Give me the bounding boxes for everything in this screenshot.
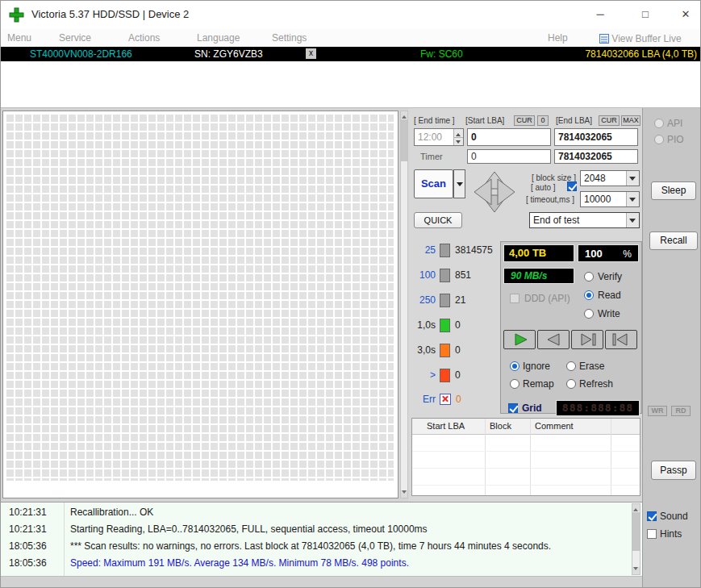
menu-item-language[interactable]: Language bbox=[197, 32, 240, 44]
back-icon bbox=[541, 333, 565, 346]
scan-dropdown-button[interactable] bbox=[453, 169, 465, 198]
sound-label: Sound bbox=[660, 511, 688, 522]
end-time-input[interactable]: 12:00 bbox=[414, 128, 464, 146]
play-icon bbox=[507, 333, 532, 346]
scan-grid-area[interactable] bbox=[2, 111, 398, 498]
row-divider bbox=[412, 468, 640, 469]
pio-label: PIO bbox=[667, 134, 684, 145]
stat-value: 0 bbox=[455, 369, 461, 381]
navigation-diamond[interactable] bbox=[472, 169, 518, 215]
remap-radio[interactable] bbox=[510, 379, 519, 389]
device-firmware: Fw: SC60 bbox=[420, 47, 463, 61]
row-divider bbox=[412, 451, 640, 452]
end-lba-label: [End LBA] bbox=[556, 116, 592, 125]
quick-button[interactable]: QUICK bbox=[414, 212, 462, 228]
grid-checkbox[interactable] bbox=[508, 403, 518, 413]
log-time: 18:05:36 bbox=[9, 538, 61, 555]
end-lba-cur-button[interactable]: CUR bbox=[599, 115, 620, 126]
back-button[interactable] bbox=[537, 330, 570, 349]
stat-block-orange bbox=[440, 344, 450, 357]
end-of-test-select[interactable]: End of test bbox=[529, 212, 640, 228]
chevron-down-icon[interactable] bbox=[626, 171, 639, 186]
stat-row-25: 25 3814575 bbox=[410, 243, 493, 257]
stat-label: 1,0s bbox=[410, 319, 436, 331]
menu-item-help[interactable]: Help bbox=[548, 32, 568, 44]
log-text: Starting Reading, LBA=0..7814032065, FUL… bbox=[70, 521, 623, 538]
victoria-window: Victoria 5.37 HDD/SSD | Device 2 ─ □ ✕ M… bbox=[0, 0, 701, 588]
block-size-select[interactable]: 2048 bbox=[580, 170, 640, 186]
maximize-button[interactable]: □ bbox=[633, 6, 657, 23]
start-lba-cur-button[interactable]: CUR bbox=[514, 115, 535, 126]
chevron-down-icon[interactable] bbox=[626, 192, 639, 206]
ddd-api-checkbox[interactable] bbox=[510, 294, 519, 303]
recall-button[interactable]: Recall bbox=[649, 231, 698, 250]
passp-button[interactable]: Passp bbox=[651, 461, 696, 480]
start-lba-zero-button[interactable]: 0 bbox=[537, 115, 549, 126]
view-buffer-live[interactable]: View Buffer Live bbox=[599, 33, 682, 44]
percent-value: 100 bbox=[585, 248, 603, 260]
seek-end-button[interactable] bbox=[571, 330, 603, 349]
timer-label: Timer bbox=[420, 152, 443, 161]
wr-button[interactable]: WR bbox=[648, 406, 667, 416]
scroll-up-arrow[interactable] bbox=[401, 111, 407, 119]
scroll-up-arrow[interactable] bbox=[632, 504, 640, 511]
play-button[interactable] bbox=[503, 330, 536, 349]
spinner-down-icon[interactable] bbox=[453, 137, 463, 146]
spinner-up-icon[interactable] bbox=[453, 129, 463, 137]
log-horizontal-scroll-area[interactable] bbox=[1, 576, 642, 588]
end-lba-max-button[interactable]: MAX bbox=[621, 115, 640, 126]
sleep-button[interactable]: Sleep bbox=[651, 181, 696, 200]
device-info-bar: ST4000VN008-2DR166 SN: ZGY6VZB3 x Fw: SC… bbox=[1, 47, 701, 61]
stat-label: 3,0s bbox=[410, 344, 436, 356]
stat-row-over: > 0 bbox=[410, 368, 461, 382]
minimize-button[interactable]: ─ bbox=[588, 6, 612, 23]
grid-timer-display: 888:888:88 bbox=[556, 400, 640, 416]
auto-checkbox[interactable] bbox=[567, 181, 577, 191]
menu-item-actions[interactable]: Actions bbox=[128, 32, 160, 44]
stat-value: 0 bbox=[456, 394, 461, 405]
timeout-select[interactable]: 10000 bbox=[580, 191, 640, 207]
rd-button[interactable]: RD bbox=[671, 406, 691, 416]
seek-start-icon bbox=[609, 333, 633, 346]
erase-radio[interactable] bbox=[566, 361, 576, 371]
grid-scrollbar[interactable] bbox=[400, 111, 408, 498]
log-time: 10:21:31 bbox=[9, 504, 61, 521]
verify-label: Verify bbox=[598, 271, 622, 282]
scroll-down-arrow[interactable] bbox=[401, 490, 407, 498]
serial-close-button[interactable]: x bbox=[306, 48, 316, 59]
timeout-label: [ timeout,ms ] bbox=[518, 195, 574, 204]
monitor-panel: 4,00 TB 100 % 90 MB/s Verify Read DDD (A… bbox=[500, 241, 642, 414]
verify-radio[interactable] bbox=[584, 272, 594, 281]
stat-value: 0 bbox=[455, 344, 461, 356]
ignore-radio[interactable] bbox=[510, 361, 519, 371]
read-radio[interactable] bbox=[584, 290, 594, 300]
chevron-down-icon[interactable] bbox=[626, 213, 639, 227]
device-model: ST4000VN008-2DR166 bbox=[30, 47, 132, 61]
log-scrollbar[interactable] bbox=[632, 503, 640, 575]
defect-table[interactable]: Start LBA Block Comment bbox=[411, 418, 640, 496]
end-lba-input[interactable]: 7814032065 bbox=[554, 128, 638, 146]
menu-item-settings[interactable]: Settings bbox=[272, 32, 307, 44]
write-radio[interactable] bbox=[584, 309, 594, 319]
scan-button[interactable]: Scan bbox=[414, 169, 453, 198]
menu-item-menu[interactable]: Menu bbox=[7, 32, 31, 44]
refresh-radio[interactable] bbox=[566, 379, 576, 389]
pio-radio[interactable] bbox=[654, 135, 664, 144]
api-radio[interactable] bbox=[654, 119, 664, 128]
stat-block-red bbox=[440, 369, 450, 382]
hints-checkbox[interactable] bbox=[647, 529, 657, 539]
sound-checkbox[interactable] bbox=[647, 511, 657, 521]
percent-display: 100 % bbox=[578, 244, 639, 262]
timer-end-lba-value: 7814032065 bbox=[554, 149, 638, 164]
stat-label: Err bbox=[410, 394, 436, 405]
scroll-down-arrow[interactable] bbox=[632, 567, 640, 574]
menu-item-service[interactable]: Service bbox=[59, 32, 91, 44]
seek-start-button[interactable] bbox=[605, 330, 637, 349]
stat-block-gray bbox=[440, 294, 450, 307]
scrollbar-thumb[interactable] bbox=[632, 512, 640, 551]
close-button[interactable]: ✕ bbox=[674, 6, 698, 23]
scrollbar-thumb[interactable] bbox=[401, 119, 407, 161]
app-icon bbox=[9, 7, 24, 23]
start-lba-input[interactable]: 0 bbox=[467, 128, 551, 146]
log-time: 10:21:31 bbox=[9, 521, 61, 538]
